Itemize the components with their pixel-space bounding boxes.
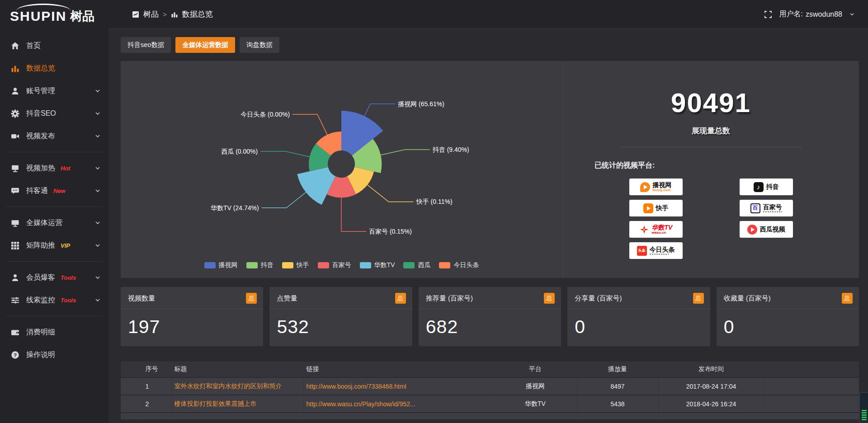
gear-icon bbox=[11, 109, 19, 118]
legend-item[interactable]: 播视网 bbox=[204, 261, 238, 269]
pie-label-line bbox=[381, 150, 430, 155]
chevron-down-icon[interactable] bbox=[849, 12, 854, 17]
chevron-down-icon bbox=[95, 165, 100, 171]
platforms-col-right: ♪ 抖音 百 百家号 西瓜视频 bbox=[740, 179, 793, 259]
cell-plays: 5438 bbox=[576, 395, 659, 413]
chevron-down-icon bbox=[95, 243, 100, 248]
summary-panel: 90491 展现量总数 已统计的视频平台: 播视网boosj.com bbox=[562, 61, 859, 278]
col-header-time: 发布时间 bbox=[659, 361, 764, 377]
stat-card-label: 点赞量 bbox=[277, 294, 297, 303]
kuaishou-logo-icon bbox=[643, 203, 653, 213]
sidebar-item-video-heat[interactable]: 视频加热 Hot bbox=[0, 157, 108, 179]
platform-badge-xigua: 西瓜视频 bbox=[740, 221, 793, 238]
tab-douyin-seo-data[interactable]: 抖音seo数据 bbox=[121, 37, 171, 53]
legend-swatch bbox=[318, 262, 329, 268]
floating-widget[interactable] bbox=[859, 392, 868, 423]
pie-label-line bbox=[368, 185, 414, 202]
stat-card-video-count: 视频数量总 197 bbox=[121, 287, 263, 346]
sidebar-item-label: 矩阵助推 bbox=[26, 241, 55, 250]
sidebar-item-home[interactable]: 首页 bbox=[0, 34, 108, 57]
sidebar-item-help[interactable]: ? 操作说明 bbox=[0, 343, 108, 366]
cell-title-link[interactable]: 楼体投影灯投影效果震撼上市 bbox=[175, 400, 301, 408]
stat-card-label: 收藏量 (百家号) bbox=[724, 294, 771, 303]
legend-item[interactable]: 西瓜 bbox=[403, 261, 430, 269]
chevron-down-icon bbox=[95, 188, 100, 193]
sidebar-item-lead-monitor[interactable]: 线索监控 Tools bbox=[0, 289, 108, 311]
sidebar-item-media-operation[interactable]: 全媒体运营 bbox=[0, 212, 108, 234]
table-header-row: 序号 标题 链接 平台 播放量 发布时间 bbox=[121, 361, 859, 377]
sidebar-item-label: 消费明细 bbox=[26, 328, 55, 337]
platform-badge-baijiahao: 百 百家号 bbox=[740, 200, 793, 216]
wallet-icon bbox=[11, 328, 19, 337]
sidebar-item-doukertong[interactable]: 抖客通 New bbox=[0, 179, 108, 202]
sidebar-item-douyin-seo[interactable]: 抖音SEO bbox=[0, 102, 108, 125]
douyin-logo-icon: ♪ bbox=[754, 182, 764, 192]
chevron-down-icon bbox=[95, 220, 100, 226]
username-label: 用户名: bbox=[779, 9, 803, 19]
stat-card-label: 视频数量 bbox=[128, 294, 155, 303]
cell-title-link[interactable]: 室外水纹灯和室内水纹灯的区别和简介 bbox=[175, 382, 301, 390]
wasu-logo-icon bbox=[639, 225, 649, 235]
sidebar-item-data-overview[interactable]: 数据总览 bbox=[0, 57, 108, 80]
platform-badge-boosj: 播视网boosj.com bbox=[629, 179, 683, 195]
sliders-icon bbox=[11, 296, 19, 305]
username-value[interactable]: zswodun88 bbox=[806, 10, 842, 19]
tab-media-operation-data[interactable]: 全媒体运营数据 bbox=[175, 37, 235, 53]
legend-label: 华数TV bbox=[374, 261, 395, 269]
total-badge: 总 bbox=[246, 293, 257, 304]
stat-card-label: 分享量 (百家号) bbox=[575, 294, 622, 303]
breadcrumb-root[interactable]: 树品 bbox=[143, 9, 159, 19]
toutiao-logo-icon: 头条 bbox=[637, 246, 647, 256]
col-header-plays: 播放量 bbox=[576, 361, 659, 377]
total-badge: 总 bbox=[842, 293, 853, 304]
sidebar-item-label: 抖客通 bbox=[26, 186, 48, 196]
sidebar-item-member-burst[interactable]: 会员爆客 Tools bbox=[0, 266, 108, 289]
chat-bubble-icon bbox=[11, 187, 19, 195]
floating-widget-bar bbox=[862, 409, 867, 420]
stat-card-favorites: 收藏量 (百家号)总 0 bbox=[717, 287, 859, 346]
legend-item[interactable]: 百家号 bbox=[318, 261, 351, 269]
total-badge: 总 bbox=[693, 293, 704, 304]
platform-subtext: wasu.cn bbox=[652, 231, 666, 235]
sidebar-divider bbox=[6, 152, 102, 152]
legend-swatch bbox=[360, 262, 371, 268]
video-camera-icon bbox=[11, 132, 19, 141]
pie-label: 抖音 (9.40%) bbox=[433, 146, 469, 153]
col-header-platform: 平台 bbox=[494, 361, 576, 377]
sidebar-item-label: 视频加热 bbox=[26, 164, 55, 173]
fullscreen-icon[interactable] bbox=[764, 10, 772, 19]
legend-label: 播视网 bbox=[219, 261, 238, 269]
pie-slice-4[interactable] bbox=[297, 167, 335, 205]
sidebar-item-label: 账号管理 bbox=[26, 86, 55, 96]
pie-chart-area: 播视网 (65.61%)抖音 (9.40%)快手 (0.11%)百家号 (0.1… bbox=[121, 61, 562, 278]
platforms-title: 已统计的视频平台: bbox=[563, 161, 859, 170]
sidebar: SHUPIN 树品 首页 数据总览 账号管理 抖音SEO bbox=[0, 0, 108, 423]
total-badge: 总 bbox=[395, 293, 406, 304]
platform-name: 西瓜视频 bbox=[760, 226, 785, 234]
sidebar-item-label: 首页 bbox=[26, 41, 41, 51]
legend-item[interactable]: 今日头条 bbox=[439, 261, 479, 269]
person-icon bbox=[11, 273, 19, 282]
chart-panel: 播视网 (65.61%)抖音 (9.40%)快手 (0.11%)百家号 (0.1… bbox=[121, 61, 859, 278]
baijiahao-logo-icon: 百 bbox=[750, 203, 760, 213]
cell-platform: 华数TV bbox=[494, 395, 576, 413]
legend-item[interactable]: 快手 bbox=[282, 261, 309, 269]
legend-item[interactable]: 抖音 bbox=[246, 261, 274, 269]
sidebar-item-matrix-boost[interactable]: 矩阵助推 VIP bbox=[0, 234, 108, 257]
sidebar-item-accounts[interactable]: 账号管理 bbox=[0, 80, 108, 102]
pie-label-line bbox=[341, 197, 366, 231]
cell-url-link[interactable]: http://www.wasu.cn/Play/show/id/952... bbox=[307, 400, 491, 408]
legend-label: 西瓜 bbox=[418, 261, 430, 269]
platform-badge-douyin: ♪ 抖音 bbox=[740, 179, 793, 195]
legend-item[interactable]: 华数TV bbox=[360, 261, 395, 269]
trend-window-icon bbox=[132, 11, 139, 18]
stat-card-value: 197 bbox=[121, 309, 263, 338]
logo-text: SHUPIN bbox=[10, 9, 66, 24]
sidebar-item-expense-detail[interactable]: 消费明细 bbox=[0, 321, 108, 343]
question-circle-icon: ? bbox=[11, 351, 19, 359]
sidebar-item-video-publish[interactable]: 视频发布 bbox=[0, 125, 108, 147]
tab-inquiry-data[interactable]: 询盘数据 bbox=[240, 37, 279, 53]
svg-text:?: ? bbox=[14, 352, 17, 357]
bar-chart-icon bbox=[11, 64, 19, 73]
cell-url-link[interactable]: http://www.boosj.com/7338468.html bbox=[307, 383, 491, 390]
